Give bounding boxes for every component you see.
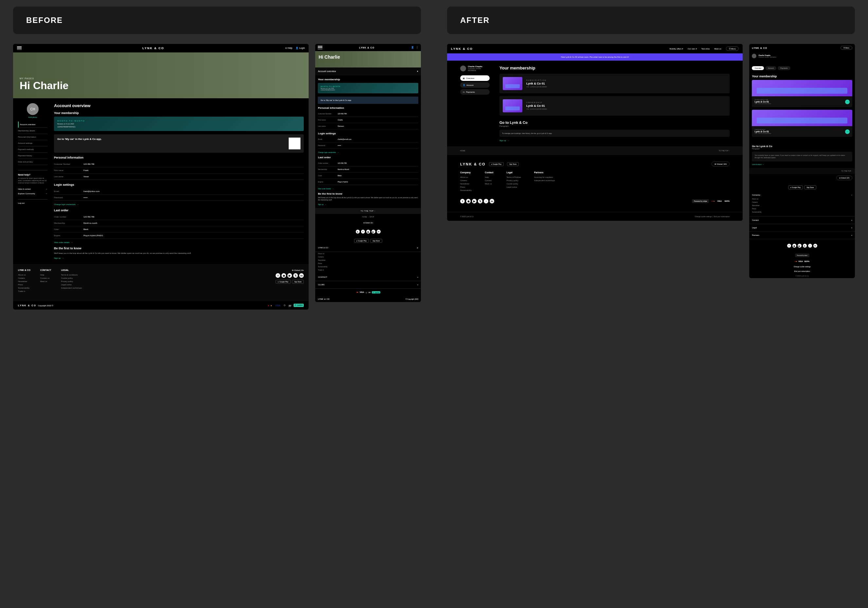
change-credentials[interactable]: Change login credentials → [318, 151, 418, 153]
tiktok-icon[interactable]: ♪ [808, 244, 812, 248]
instagram-icon[interactable]: ◉ [282, 273, 286, 278]
facebook-icon[interactable]: f [276, 273, 280, 278]
tab-payments[interactable]: Payments [778, 66, 790, 70]
add-photo-link[interactable]: Add photo [18, 116, 48, 118]
menu-button[interactable]: ☰ Menu [840, 46, 852, 50]
car-card-subscription[interactable]: SUBSCRIPTIONLynk & Co 01VIN: 1GHDX13ZX3R… [752, 80, 852, 107]
instagram-icon[interactable]: ◉ [792, 244, 796, 248]
facebook-icon[interactable]: f [787, 244, 791, 248]
change-credentials-link[interactable]: Change login credentials→ [54, 204, 304, 205]
acc-clubs[interactable]: CLUBS+ [315, 281, 421, 289]
user-profile[interactable]: Charlie ChaplinCustomer number: 90034805… [749, 52, 855, 60]
section-dropdown[interactable]: Account overview▾ [315, 67, 421, 75]
view-order[interactable]: View order details → [318, 188, 418, 190]
app-card[interactable]: Go to 'My car' in the Lynk & Co app. [54, 134, 304, 152]
google-play[interactable]: ▸ Google Play [354, 239, 369, 243]
nav-mobility[interactable]: Mobility offers ▾ [669, 48, 683, 50]
nav-settings[interactable]: Account settings [18, 140, 48, 146]
tiktok-icon[interactable]: ♪ [484, 199, 488, 204]
nav-membership[interactable]: Membership details [18, 128, 48, 134]
view-order-link[interactable]: View order details→ [54, 241, 304, 243]
linkedin-icon[interactable]: in [377, 230, 381, 233]
nav-testdrive[interactable]: Test drive [701, 48, 710, 50]
linkedin-icon[interactable]: in [299, 273, 304, 278]
nav-personal[interactable]: Personal information [18, 134, 48, 140]
pill-payments[interactable]: ▭Payments [460, 89, 490, 95]
globe-selector[interactable]: ⊕ Global | En [315, 220, 421, 226]
app-store[interactable]: App Store [370, 239, 382, 243]
acc-company[interactable]: Company− About usCareersNewsletterPressS… [749, 191, 855, 216]
nav-payment-methods[interactable]: Payment methods [18, 146, 48, 152]
globe-selector[interactable]: ⊕ Global | EN [711, 162, 730, 166]
nav-cars[interactable]: Our cars ▾ [688, 48, 697, 50]
logout-link[interactable]: Log out [18, 199, 48, 204]
nav-payment-history[interactable]: Payment history [18, 152, 48, 159]
nav-meetus[interactable]: Meet us [714, 48, 721, 50]
globe-selector[interactable]: ⊕ Global | En [276, 269, 304, 271]
user-profile[interactable]: Charlie ChaplinCustomer number: 90034805… [460, 65, 490, 72]
globe-selector[interactable]: ⊕ Global | EN [836, 176, 852, 180]
tab-overview[interactable]: Overview [752, 66, 764, 70]
acc-partners[interactable]: Partners+ [749, 232, 855, 239]
cookie-link[interactable]: Change cookie settings [749, 264, 855, 269]
pill-account[interactable]: 👤Account [460, 82, 490, 88]
hamburger-icon[interactable] [318, 46, 322, 49]
tab-account[interactable]: Account [765, 66, 777, 70]
app-store-badge[interactable]: App Store [292, 280, 304, 284]
facebook-icon[interactable]: f [460, 199, 465, 204]
to-top-button[interactable]: TO THE TOP ↑ [315, 208, 421, 214]
instagram-icon[interactable]: ◉ [366, 230, 370, 233]
x-icon[interactable]: 𝕏 [803, 244, 807, 248]
help-link[interactable]: ⊙ Help [285, 47, 292, 50]
signup[interactable]: Sign up → [318, 204, 418, 205]
facebook-icon[interactable]: f [361, 230, 365, 233]
twitter-icon[interactable]: 𝕏 [356, 230, 360, 233]
avatar[interactable]: CH [27, 103, 39, 115]
acc-legal[interactable]: Legal+ [749, 224, 855, 232]
app-store[interactable]: App Store [804, 185, 816, 189]
google-play[interactable]: ▸ Google Play [788, 185, 803, 189]
link-button[interactable]: Link button → [752, 163, 852, 165]
nav-account-overview[interactable]: Account overview [18, 121, 48, 128]
youtube-icon[interactable]: ▶ [472, 199, 477, 204]
user-icon[interactable]: 👤 [411, 46, 414, 49]
menu-icon[interactable]: ⋮ [416, 46, 418, 49]
breadcrumb-home[interactable]: HOME [460, 150, 465, 152]
to-top-link[interactable]: TO THE TOP ↑ [719, 150, 730, 152]
signup-link[interactable]: Sign up → [499, 140, 730, 142]
cookie-settings-link[interactable]: Change cookie settings [694, 216, 711, 218]
menu-button[interactable]: ☰ Menu [726, 47, 739, 51]
google-play-badge[interactable]: ▸ Google Play [276, 280, 291, 284]
membership-card[interactable]: MONTH-TO-MONTH Renews on 5 Jun 2023 1234… [54, 117, 304, 131]
car-card-ownership[interactable]: OWNERSHIPLynk & Co 01VIN: 1GHDX13ZX3R398… [499, 96, 730, 116]
hamburger-icon[interactable] [17, 47, 22, 50]
arrow-right-icon[interactable]: → [845, 100, 850, 104]
nav-privacy[interactable]: Data and privacy [18, 159, 48, 165]
app-store[interactable]: App Store [507, 162, 519, 166]
signup-link[interactable]: Sign up→ [54, 257, 304, 259]
arrow-right-icon[interactable]: → [845, 129, 850, 134]
promo-banner[interactable]: New Lynk & Co 02 arrives soon. Pre-order… [447, 53, 742, 61]
google-play[interactable]: ▸ Google Play [489, 162, 504, 166]
end-subscription-link[interactable]: End your subscription [714, 216, 730, 218]
acc-contact[interactable]: CONTACT+ [315, 274, 421, 281]
car-card-ownership[interactable]: OWNERSHIPLynk & Co 01VIN: 1GHDX13ZX3R398… [752, 110, 852, 137]
linkedin-icon[interactable]: in [490, 199, 494, 204]
acc-contact[interactable]: Contact+ [749, 216, 855, 224]
end-sub-link[interactable]: End your subscription [749, 269, 855, 274]
twitter-icon[interactable]: 𝕏 [293, 273, 298, 278]
explore-link[interactable]: Explore Community→ [18, 191, 48, 196]
x-icon[interactable]: 𝕏 [478, 199, 482, 204]
youtube-icon[interactable]: ▶ [798, 244, 801, 248]
youtube-icon[interactable]: ▶ [287, 273, 292, 278]
app-card[interactable]: Go to 'My car' in the Lynk & Co app [318, 96, 418, 104]
instagram-icon[interactable]: ◉ [466, 199, 471, 204]
youtube-icon[interactable]: ▶ [372, 230, 375, 233]
car-card-subscription[interactable]: SUBSCRIPTIONLynk & Co 01VIN: 1GHDX13ZX3R… [499, 74, 730, 93]
to-top[interactable]: TO THE TOP ↑ [749, 168, 855, 174]
login-link[interactable]: 👤 Login [296, 47, 305, 50]
help-contact-link[interactable]: Help & contact→ [18, 187, 48, 191]
linkedin-icon[interactable]: in [813, 244, 817, 248]
acc-lynkco[interactable]: LYNK & CO✕ [315, 244, 421, 252]
pill-overview[interactable]: ▦Overview [460, 75, 490, 81]
